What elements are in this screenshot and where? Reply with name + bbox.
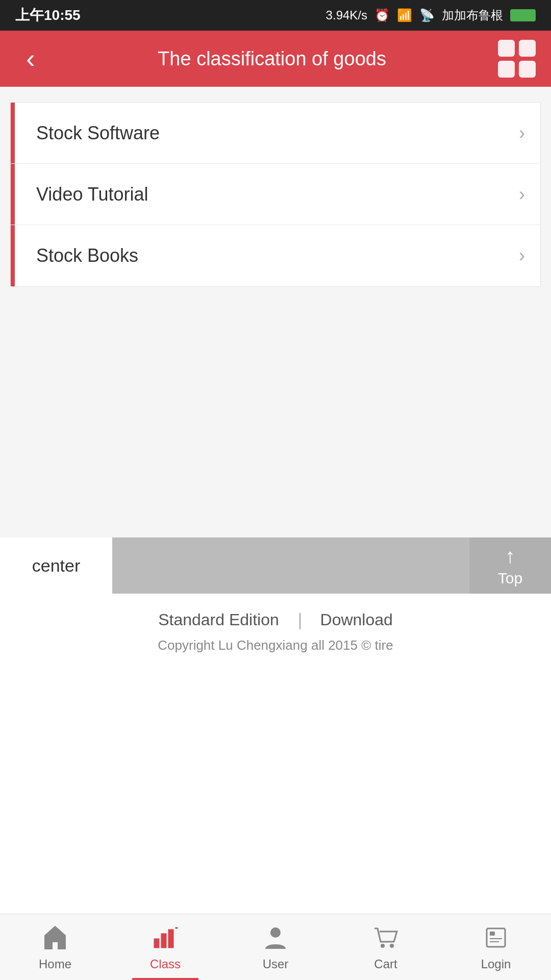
category-label-video-tutorial: Video Tutorial xyxy=(36,184,519,205)
status-bar: 上午10:55 3.94K/s ⏰ 📶 📡 加加布鲁根 xyxy=(0,0,551,31)
network-speed: 3.94K/s xyxy=(326,8,367,22)
top-label: Top xyxy=(498,570,522,587)
carrier-name: 加加布鲁根 xyxy=(442,7,503,23)
top-button[interactable]: ↑ Top xyxy=(469,537,551,594)
wifi-icon: 📶 xyxy=(397,8,412,22)
footer-copyright: Copyright Lu Chengxiang all 2015 © tire xyxy=(10,638,541,653)
white-space xyxy=(0,658,551,914)
class-nav-icon xyxy=(151,923,180,954)
signal-icon: 📡 xyxy=(419,8,435,22)
chevron-right-icon-stock-books: › xyxy=(519,245,525,266)
user-nav-icon xyxy=(261,923,290,954)
login-nav-icon xyxy=(482,923,510,954)
grid-view-button[interactable] xyxy=(498,40,536,78)
svg-rect-2 xyxy=(168,929,173,948)
status-right: 3.94K/s ⏰ 📶 📡 加加布鲁根 xyxy=(326,7,536,23)
chevron-right-icon-video-tutorial: › xyxy=(519,184,525,205)
category-label-stock-books: Stock Books xyxy=(36,245,519,266)
footer-links: Standard Edition ｜ Download xyxy=(10,609,541,631)
standard-edition-link[interactable]: Standard Edition xyxy=(158,610,279,629)
footer: Standard Edition ｜ Download Copyright Lu… xyxy=(0,594,551,658)
svg-rect-3 xyxy=(176,927,178,928)
active-indicator xyxy=(132,978,198,980)
class-nav-label: Class xyxy=(150,957,181,971)
home-nav-icon xyxy=(41,923,69,954)
download-link[interactable]: Download xyxy=(320,610,393,629)
chevron-right-icon-stock-software: › xyxy=(519,122,525,144)
bottom-nav-login[interactable]: Login xyxy=(441,914,551,980)
back-button[interactable]: ‹ xyxy=(15,43,46,74)
login-nav-label: Login xyxy=(481,957,511,971)
grid-cell-2 xyxy=(519,40,536,57)
svg-rect-1 xyxy=(161,934,166,948)
cart-nav-icon xyxy=(371,923,400,954)
bottom-nav-user[interactable]: User xyxy=(220,914,331,980)
bottom-nav: Home Class User Cart xyxy=(0,914,551,980)
center-button[interactable]: center xyxy=(0,537,112,594)
svg-rect-8 xyxy=(490,932,495,936)
grid-cell-4 xyxy=(519,61,536,78)
bottom-bar: center ↑ Top xyxy=(0,537,551,594)
category-item-stock-books[interactable]: Stock Books › xyxy=(11,225,540,286)
bottom-nav-cart[interactable]: Cart xyxy=(331,914,441,980)
svg-rect-7 xyxy=(487,928,505,947)
bottom-nav-class[interactable]: Class xyxy=(110,914,220,980)
category-list: Stock Software › Video Tutorial › Stock … xyxy=(10,102,541,287)
footer-divider: ｜ xyxy=(292,610,308,629)
home-nav-label: Home xyxy=(39,957,71,971)
page-title: The classification of goods xyxy=(46,48,498,70)
status-time: 上午10:55 xyxy=(15,6,81,25)
alarm-icon: ⏰ xyxy=(374,8,390,22)
grid-cell-3 xyxy=(498,61,515,78)
top-arrow-icon: ↑ xyxy=(505,545,515,568)
user-nav-label: User xyxy=(263,957,289,971)
grid-cell-1 xyxy=(498,40,515,57)
category-item-video-tutorial[interactable]: Video Tutorial › xyxy=(11,164,540,225)
bottom-nav-home[interactable]: Home xyxy=(0,914,110,980)
category-item-stock-software[interactable]: Stock Software › xyxy=(11,103,540,164)
battery-icon xyxy=(510,9,536,21)
category-label-stock-software: Stock Software xyxy=(36,122,519,144)
content-area: Stock Software › Video Tutorial › Stock … xyxy=(0,87,551,537)
svg-point-6 xyxy=(390,944,394,948)
cart-nav-label: Cart xyxy=(374,957,397,971)
svg-point-4 xyxy=(270,927,281,938)
svg-rect-0 xyxy=(154,939,159,948)
top-nav: ‹ The classification of goods xyxy=(0,31,551,87)
svg-point-5 xyxy=(381,944,385,948)
